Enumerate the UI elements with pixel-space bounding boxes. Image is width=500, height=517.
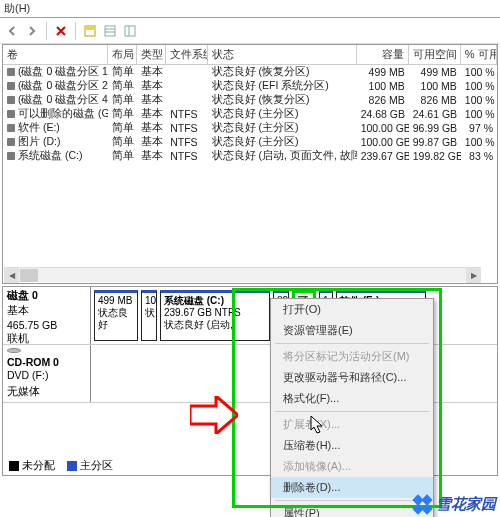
toolbar-separator [75, 22, 76, 40]
volume-row[interactable]: (磁盘 0 磁盘分区 4)简单基本状态良好 (恢复分区)826 MB826 MB… [3, 93, 497, 107]
scrollbar-horizontal[interactable]: ◀ ▶ [4, 267, 481, 282]
menu-properties[interactable]: 属性(P) [271, 503, 433, 517]
menu-separator [275, 500, 429, 501]
menu-shrink[interactable]: 压缩卷(H)... [271, 435, 433, 456]
volume-list-header: 卷 布局 类型 文件系统 状态 容量 可用空间 % 可用 [3, 45, 497, 65]
menu-explorer[interactable]: 资源管理器(E) [271, 320, 433, 341]
context-menu: 打开(O) 资源管理器(E) 将分区标记为活动分区(M) 更改驱动器号和路径(C… [270, 298, 434, 517]
legend-primary: 主分区 [67, 459, 113, 473]
disk-size: 465.75 GB [7, 319, 86, 331]
volume-row[interactable]: 系统磁盘 (C:)简单基本NTFS状态良好 (启动, 页面文件, 故障转储, 主… [3, 149, 497, 163]
cdrom-header[interactable]: CD-ROM 0 DVD (F:) 无媒体 [3, 345, 91, 402]
menu-extend: 扩展卷(X)... [271, 414, 433, 435]
partition[interactable]: 100状 [141, 290, 157, 341]
menu-help[interactable]: 助(H) [4, 1, 30, 16]
watermark: 雪花家园 [414, 495, 496, 514]
disk-type: 基本 [7, 304, 86, 318]
disk-state: 联机 [7, 332, 86, 346]
menu-change-letter[interactable]: 更改驱动器号和路径(C)... [271, 367, 433, 388]
partition[interactable]: 499 MB状态良好 [94, 290, 138, 341]
col-type[interactable]: 类型 [137, 45, 166, 64]
col-layout[interactable]: 布局 [108, 45, 137, 64]
cdrom-icon [7, 348, 21, 353]
menu-separator [275, 411, 429, 412]
back-icon[interactable] [4, 23, 20, 39]
svg-rect-5 [125, 26, 135, 36]
scroll-thumb[interactable] [20, 269, 38, 282]
refresh-icon[interactable] [82, 23, 98, 39]
menu-mark-active: 将分区标记为活动分区(M) [271, 346, 433, 367]
volume-row[interactable]: 可以删除的磁盘 (G:)简单基本NTFS状态良好 (主分区)24.68 GB24… [3, 107, 497, 121]
menu-bar[interactable]: 助(H) [0, 0, 500, 18]
watermark-text: 雪花家园 [436, 495, 496, 514]
scroll-right-icon[interactable]: ▶ [466, 268, 481, 283]
volume-row[interactable]: (磁盘 0 磁盘分区 1)简单基本状态良好 (恢复分区)499 MB499 MB… [3, 65, 497, 79]
legend-unallocated: 未分配 [9, 459, 55, 473]
volume-row[interactable]: (磁盘 0 磁盘分区 2)简单基本状态良好 (EFI 系统分区)100 MB10… [3, 79, 497, 93]
cdrom-state: 无媒体 [7, 385, 86, 399]
forward-icon[interactable] [24, 23, 40, 39]
close-icon[interactable] [53, 23, 69, 39]
menu-mirror: 添加镜像(A)... [271, 456, 433, 477]
list-view-icon[interactable] [102, 23, 118, 39]
scroll-left-icon[interactable]: ◀ [4, 268, 19, 283]
cdrom-label: CD-ROM 0 [7, 356, 86, 368]
toolbar-separator [46, 22, 47, 40]
menu-open[interactable]: 打开(O) [271, 299, 433, 320]
menu-separator [275, 343, 429, 344]
menu-delete-volume[interactable]: 删除卷(D)... [271, 477, 433, 498]
col-percent[interactable]: % 可用 [461, 45, 497, 64]
partition[interactable]: 系统磁盘 (C:)239.67 GB NTFS状态良好 (启动, [160, 290, 270, 341]
volume-list-body[interactable]: (磁盘 0 磁盘分区 1)简单基本状态良好 (恢复分区)499 MB499 MB… [3, 65, 497, 163]
col-filesystem[interactable]: 文件系统 [166, 45, 208, 64]
cdrom-sub: DVD (F:) [7, 369, 86, 381]
volume-row[interactable]: 图片 (D:)简单基本NTFS状态良好 (主分区)100.00 GB99.87 … [3, 135, 497, 149]
watermark-logo-icon [414, 496, 432, 514]
volume-list: 卷 布局 类型 文件系统 状态 容量 可用空间 % 可用 (磁盘 0 磁盘分区 … [2, 44, 498, 284]
toolbar [0, 18, 500, 44]
disk-header[interactable]: 磁盘 0 基本 465.75 GB 联机 [3, 287, 91, 344]
disk-label: 磁盘 0 [7, 289, 86, 303]
menu-format[interactable]: 格式化(F)... [271, 388, 433, 409]
svg-rect-1 [86, 27, 94, 30]
legend: 未分配 主分区 [9, 459, 113, 473]
detail-view-icon[interactable] [122, 23, 138, 39]
col-free[interactable]: 可用空间 [409, 45, 461, 64]
volume-row[interactable]: 软件 (E:)简单基本NTFS状态良好 (主分区)100.00 GB96.99 … [3, 121, 497, 135]
col-volume[interactable]: 卷 [3, 45, 108, 64]
col-capacity[interactable]: 容量 [357, 45, 409, 64]
svg-rect-2 [105, 26, 115, 36]
col-status[interactable]: 状态 [208, 45, 357, 64]
